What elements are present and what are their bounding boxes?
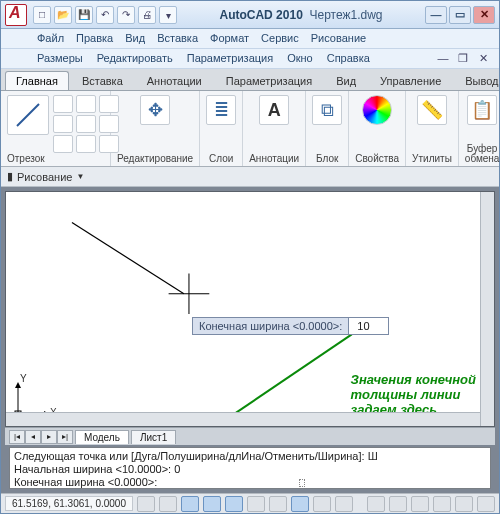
status-grid-button[interactable]	[159, 496, 177, 512]
menu-service[interactable]: Сервис	[261, 32, 299, 48]
cmd-input[interactable]	[159, 477, 297, 489]
menu-insert[interactable]: Вставка	[157, 32, 198, 48]
menu-edit[interactable]: Правка	[76, 32, 113, 48]
panel-properties: Свойства	[349, 91, 406, 166]
panel-utilities: 📏 Утилиты	[406, 91, 459, 166]
tab-layout1[interactable]: Лист1	[131, 430, 176, 444]
tooltip-value-input[interactable]: 10	[348, 318, 388, 334]
modify-button[interactable]: ✥	[140, 95, 170, 125]
tab-annotate[interactable]: Аннотации	[136, 71, 213, 90]
status-layout-button[interactable]	[389, 496, 407, 512]
horizontal-scrollbar[interactable]	[6, 412, 480, 426]
panel-block-label: Блок	[316, 154, 338, 164]
qat-save-icon[interactable]: 💾	[75, 6, 93, 24]
qat-open-icon[interactable]: 📂	[54, 6, 72, 24]
utilities-button[interactable]: 📏	[417, 95, 447, 125]
menu-help[interactable]: Справка	[327, 52, 370, 68]
svg-line-0	[17, 104, 39, 126]
ribbon-drop-label: Рисование	[17, 171, 72, 183]
tab-nav-last-icon[interactable]: ▸|	[57, 430, 73, 444]
tab-manage[interactable]: Управление	[369, 71, 452, 90]
status-polar-button[interactable]	[203, 496, 221, 512]
panel-utilities-label: Утилиты	[412, 154, 452, 164]
ribbon-panel-dropdown[interactable]: ▮ Рисование ▼	[1, 167, 499, 187]
block-button[interactable]: ⧉	[312, 95, 342, 125]
doc-restore-icon[interactable]: ❐	[455, 52, 471, 66]
annotation-button[interactable]: A	[259, 95, 289, 125]
mini-tool-7[interactable]	[53, 135, 73, 153]
status-dyn-button[interactable]	[291, 496, 309, 512]
status-qp-button[interactable]	[335, 496, 353, 512]
titlebar: □ 📂 💾 ↶ ↷ 🖨 ▾ AutoCAD 2010 Чертеж1.dwg ―…	[1, 1, 499, 29]
window-title: AutoCAD 2010 Чертеж1.dwg	[177, 8, 425, 22]
mini-tool-5[interactable]	[76, 115, 96, 133]
doc-close-icon[interactable]: ✕	[475, 52, 491, 66]
tab-insert[interactable]: Вставка	[71, 71, 134, 90]
chevron-down-icon[interactable]: ▼	[76, 172, 84, 181]
maximize-button[interactable]: ▭	[449, 6, 471, 24]
menu-file[interactable]: Файл	[37, 32, 64, 48]
status-coordinates[interactable]: 61.5169, 61.3061, 0.0000	[5, 496, 133, 511]
menu-window[interactable]: Окно	[287, 52, 313, 68]
cmd-line-1: Следующая точка или [Дуга/Полуширина/длИ…	[14, 450, 486, 463]
status-toolbar-lock-button[interactable]	[455, 496, 473, 512]
qat-print-icon[interactable]: 🖨	[138, 6, 156, 24]
line-button[interactable]	[7, 95, 49, 135]
menu-dimensions[interactable]: Размеры	[37, 52, 83, 68]
status-lwt-button[interactable]	[313, 496, 331, 512]
mini-tool-4[interactable]	[53, 115, 73, 133]
ribbon: Отрезок ✥ Редактирование ≣ Слои A Аннота…	[1, 91, 499, 167]
menu-modify[interactable]: Редактировать	[97, 52, 173, 68]
menu-view[interactable]: Вид	[125, 32, 145, 48]
qat-redo-icon[interactable]: ↷	[117, 6, 135, 24]
status-ortho-button[interactable]	[181, 496, 199, 512]
command-line[interactable]: Следующая точка или [Дуга/Полуширина/длИ…	[9, 447, 491, 489]
tab-home[interactable]: Главная	[5, 71, 69, 90]
tab-nav-first-icon[interactable]: |◂	[9, 430, 25, 444]
cmd-line-2: Начальная ширина <10.0000>: 0	[14, 463, 486, 476]
clipboard-button[interactable]: 📋	[467, 95, 497, 125]
tab-view[interactable]: Вид	[325, 71, 367, 90]
menu-bar-1: Файл Правка Вид Вставка Формат Сервис Ри…	[1, 29, 499, 49]
status-annoscale-button[interactable]	[411, 496, 429, 512]
panel-clipboard: 📋 Буфер обмена	[459, 91, 500, 166]
app-menu-button[interactable]	[5, 4, 27, 26]
properties-button[interactable]	[362, 95, 392, 125]
minimize-button[interactable]: ―	[425, 6, 447, 24]
tab-parametric[interactable]: Параметризация	[215, 71, 323, 90]
dock-handle-icon[interactable]: ▮	[7, 170, 13, 183]
autocad-window: □ 📂 💾 ↶ ↷ 🖨 ▾ AutoCAD 2010 Чертеж1.dwg ―…	[0, 0, 500, 514]
drawing-area-container: Конечная ширина <0.0000>: 10 Значения ко…	[1, 187, 499, 493]
status-otrack-button[interactable]	[247, 496, 265, 512]
tab-nav-prev-icon[interactable]: ◂	[25, 430, 41, 444]
tab-model[interactable]: Модель	[75, 430, 129, 444]
mini-tool-8[interactable]	[76, 135, 96, 153]
menu-format[interactable]: Формат	[210, 32, 249, 48]
panel-layers: ≣ Слои	[200, 91, 243, 166]
drawing-canvas[interactable]: Конечная ширина <0.0000>: 10 Значения ко…	[5, 191, 495, 427]
panel-draw-label: Отрезок	[7, 154, 45, 164]
tab-nav-next-icon[interactable]: ▸	[41, 430, 57, 444]
qat-undo-icon[interactable]: ↶	[96, 6, 114, 24]
status-clean-screen-button[interactable]	[477, 496, 495, 512]
doc-minimize-icon[interactable]: ―	[435, 52, 451, 66]
status-model-button[interactable]	[367, 496, 385, 512]
tab-output[interactable]: Вывод	[454, 71, 500, 90]
menu-parametric[interactable]: Параметризация	[187, 52, 273, 68]
status-workspace-button[interactable]	[433, 496, 451, 512]
quick-access-toolbar: □ 📂 💾 ↶ ↷ 🖨 ▾	[33, 6, 177, 24]
mini-tool-2[interactable]	[76, 95, 96, 113]
menu-draw[interactable]: Рисование	[311, 32, 366, 48]
layers-button[interactable]: ≣	[206, 95, 236, 125]
window-controls: ― ▭ ✕	[425, 6, 495, 24]
vertical-scrollbar[interactable]	[480, 192, 494, 426]
panel-block: ⧉ Блок	[306, 91, 349, 166]
status-ducs-button[interactable]	[269, 496, 287, 512]
status-snap-button[interactable]	[137, 496, 155, 512]
mini-tool-1[interactable]	[53, 95, 73, 113]
close-button[interactable]: ✕	[473, 6, 495, 24]
qat-customize-icon[interactable]: ▾	[159, 6, 177, 24]
explanatory-annotation: Значения конечнойтолщины линиизадаем зде…	[351, 372, 476, 417]
qat-new-icon[interactable]: □	[33, 6, 51, 24]
status-osnap-button[interactable]	[225, 496, 243, 512]
